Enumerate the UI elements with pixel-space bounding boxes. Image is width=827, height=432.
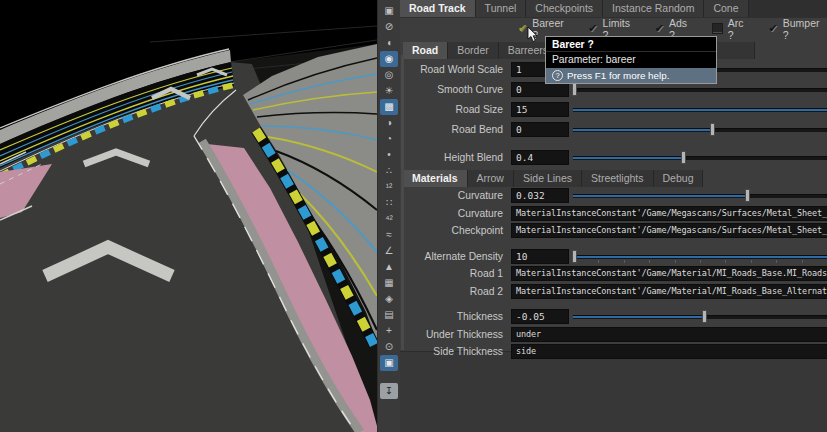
param-slider[interactable]	[573, 150, 827, 165]
points-display-icon[interactable]: ∴	[380, 163, 398, 179]
mattab-materials[interactable]: Materials	[403, 170, 468, 187]
headlight-icon[interactable]: ◖	[380, 35, 398, 51]
param-label: Smooth Curve	[400, 84, 511, 95]
param-label: Road Bend	[400, 124, 511, 135]
mattab-streetlights[interactable]: Streetlights	[582, 170, 654, 187]
subtab-road[interactable]: Road	[403, 42, 448, 59]
checkbox-label: Arc ?	[728, 17, 752, 41]
param-label: Road World Scale	[400, 64, 511, 75]
tab-checkpoints[interactable]: Checkpoints	[526, 0, 603, 17]
param-row: Under Thicknessunder	[400, 326, 827, 344]
param-field[interactable]: 0	[511, 122, 569, 137]
separator-dot-icon[interactable]: •	[380, 147, 398, 163]
node-tab-bar: Road TrackTunnelCheckpointsInstance Rand…	[400, 0, 827, 18]
param-label: Side Thickness	[400, 346, 511, 357]
param-field[interactable]: MaterialInstanceConstant'/Game/Material/…	[511, 284, 827, 299]
checkbox-arc[interactable]: Arc ?	[712, 17, 752, 41]
viewport-toolbar: ▣⊘◖◉◎☀▩◑◔•∴¹²∷⁴²≈∠▲▦◈▤+⊙▣↧	[377, 0, 400, 432]
slider-tick	[700, 260, 701, 263]
slider-tick	[675, 260, 676, 263]
lighting-icon[interactable]: ◉	[380, 51, 398, 67]
tooltip-footer: ? Press F1 for more help.	[546, 68, 716, 83]
param-field[interactable]: under	[511, 327, 827, 342]
tooltip-footer-text: Press F1 for more help.	[567, 70, 669, 81]
location-pin-icon[interactable]: ↧	[380, 383, 398, 399]
camera-mask-icon[interactable]: ▤	[380, 307, 398, 323]
tooltip-title: Bareer ?	[546, 37, 716, 51]
diamond-marker-icon[interactable]: ◈	[380, 291, 398, 307]
lock-icon[interactable]: ▣	[380, 3, 398, 19]
param-field[interactable]: 10	[511, 249, 569, 264]
viewport-3d[interactable]	[0, 0, 377, 432]
slider-tick	[776, 260, 777, 263]
axis-gnomon-icon[interactable]: +	[380, 323, 398, 339]
checkbox-bumper[interactable]: ✔Bumper ?	[769, 17, 827, 41]
param-field[interactable]: -0.05	[511, 309, 569, 324]
subtab-border[interactable]: Border	[448, 42, 499, 59]
vertex-markers-icon[interactable]: ∷	[380, 195, 398, 211]
mattab-arrow[interactable]: Arrow	[468, 170, 514, 187]
primitive-normals-icon[interactable]: ∠	[380, 243, 398, 259]
param-field[interactable]: 15	[511, 102, 569, 117]
slider-handle[interactable]	[710, 123, 715, 136]
slider-handle[interactable]	[745, 189, 750, 202]
vertex-numbers-icon[interactable]: ⁴²	[380, 211, 398, 227]
profile-curve-icon[interactable]: ≈	[380, 227, 398, 243]
mattab-side-lines[interactable]: Side Lines	[514, 170, 582, 187]
reflections-icon[interactable]: ◔	[380, 131, 398, 147]
checkmark-icon: ✔	[769, 23, 778, 34]
param-label: Curvature	[400, 208, 511, 219]
row-gap	[400, 139, 827, 147]
checkbox-empty	[712, 23, 723, 34]
background-checker-icon[interactable]: ▦	[380, 275, 398, 291]
param-label: Under Thickness	[400, 329, 511, 340]
normal-lighting-icon[interactable]: ◎	[380, 67, 398, 83]
param-slider[interactable]	[573, 122, 827, 137]
param-slider[interactable]	[573, 102, 827, 117]
slider-handle[interactable]	[702, 310, 707, 323]
param-row: Road Size15	[400, 99, 827, 119]
shadows-icon[interactable]: ◑	[380, 115, 398, 131]
hull-display-icon[interactable]: ▲	[380, 259, 398, 275]
param-slider[interactable]	[573, 309, 827, 324]
application-window: ▣⊘◖◉◎☀▩◑◔•∴¹²∷⁴²≈∠▲▦◈▤+⊙▣↧ Road TrackTun…	[0, 0, 827, 432]
slider-tick	[598, 260, 599, 263]
tab-road-track[interactable]: Road Track	[400, 0, 476, 17]
slider-tick	[725, 260, 726, 263]
param-field[interactable]: MaterialInstanceConstant'/Game/Megascans…	[511, 206, 827, 221]
param-field[interactable]: MaterialInstanceConstant'/Game/Megascans…	[511, 223, 827, 238]
param-label: Height Blend	[400, 152, 511, 163]
param-slider[interactable]	[573, 249, 827, 264]
tooltip-body: Parameter: bareer	[546, 51, 716, 68]
tab-cone[interactable]: Cone	[704, 0, 748, 17]
snapshot-icon[interactable]: ▣	[380, 355, 398, 371]
parameter-column: Road TrackTunnelCheckpointsInstance Rand…	[400, 0, 827, 432]
row-gap	[400, 300, 827, 308]
panel-edge-strip	[401, 55, 404, 350]
tab-tunnel[interactable]: Tunnel	[476, 0, 527, 17]
param-row: Road Bend0	[400, 119, 827, 139]
high-quality-lighting-icon[interactable]: ☀	[380, 83, 398, 99]
mattab-debug[interactable]: Debug	[654, 170, 704, 187]
param-field[interactable]: 0.032	[511, 188, 569, 203]
param-row: Alternate Density10	[400, 248, 827, 266]
param-row: CurvatureMaterialInstanceConstant'/Game/…	[400, 205, 827, 223]
row-gap	[400, 240, 827, 248]
slider-handle[interactable]	[572, 83, 577, 96]
param-label: Road Size	[400, 104, 511, 115]
checkmark-icon: ✔	[588, 23, 597, 34]
slider-handle[interactable]	[681, 151, 686, 164]
param-field[interactable]: side	[511, 344, 827, 359]
param-row: Height Blend0.4	[400, 147, 827, 167]
tooltip: Bareer ? Parameter: bareer ? Press F1 fo…	[545, 36, 717, 84]
param-slider[interactable]	[573, 188, 827, 203]
param-row: Side Thicknessside	[400, 343, 827, 361]
point-numbers-icon[interactable]: ¹²	[380, 179, 398, 195]
tab-instance-random[interactable]: Instance Random	[603, 0, 704, 17]
param-field[interactable]: 0.4	[511, 150, 569, 165]
lamp-off-icon[interactable]: ⊘	[380, 19, 398, 35]
record-icon[interactable]: ⊙	[380, 339, 398, 355]
material-shading-icon[interactable]: ▩	[380, 99, 398, 115]
slider-handle[interactable]	[572, 250, 577, 263]
param-field[interactable]: MaterialInstanceConstant'/Game/Material/…	[511, 266, 827, 281]
